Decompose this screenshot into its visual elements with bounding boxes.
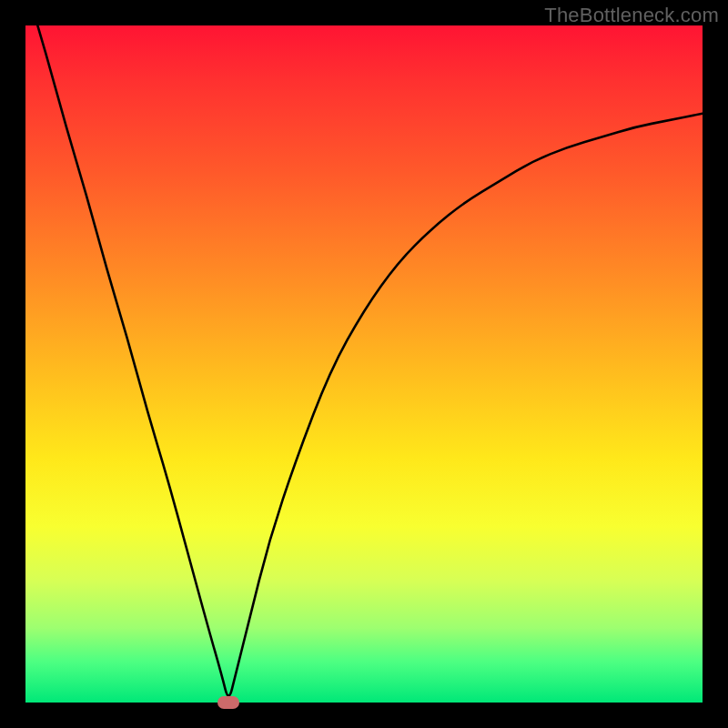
watermark-text: TheBottleneck.com	[544, 4, 719, 27]
chart-plot-area	[25, 25, 703, 703]
optimum-marker	[217, 696, 239, 709]
bottleneck-curve	[25, 25, 703, 703]
chart-frame: TheBottleneck.com	[0, 0, 728, 728]
